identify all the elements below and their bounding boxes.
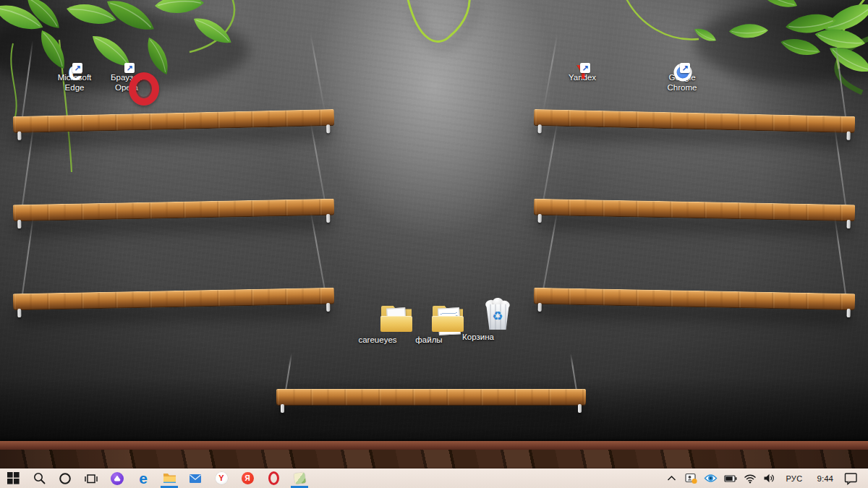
wifi-icon <box>744 474 757 484</box>
desktop-icon-label: Корзина <box>451 333 506 343</box>
desktop-icon-label: careueyes <box>350 335 405 346</box>
contact-badge-icon <box>685 472 697 484</box>
desktop-icon-yandex[interactable]: Y ↗ Yandex <box>555 72 610 83</box>
taskbar-app-mail[interactable] <box>182 468 208 488</box>
tray-wifi[interactable] <box>740 468 760 488</box>
desktop-icon-label: файлы <box>401 335 456 346</box>
task-view-icon <box>85 472 98 485</box>
taskbar-app-opera[interactable] <box>260 468 286 488</box>
wall-shelf-center <box>276 389 586 406</box>
shortcut-arrow-icon: ↗ <box>72 63 82 73</box>
cortana-button[interactable] <box>52 468 78 488</box>
taskbar-app-file-explorer[interactable] <box>156 468 182 488</box>
yandex-icon: Я <box>242 472 254 484</box>
shortcut-arrow-icon: ↗ <box>124 63 135 73</box>
tray-meet-now[interactable] <box>681 468 701 488</box>
shelf-peg <box>326 124 330 133</box>
eye-icon <box>704 474 718 483</box>
taskbar-app-yandex[interactable]: Я <box>234 468 260 488</box>
desktop-icon-files-folder[interactable]: файлы <box>401 334 456 346</box>
shortcut-arrow-icon: ↗ <box>680 63 690 73</box>
taskbar: e Y Я <box>0 468 868 488</box>
battery-icon <box>724 474 737 483</box>
tray-language[interactable]: РУС <box>779 468 809 488</box>
yandex-browser-icon: Y <box>216 472 228 484</box>
careueyes-icon <box>294 472 306 484</box>
tray-clock[interactable]: 9:44 <box>809 468 841 488</box>
taskbar-app-alice[interactable] <box>104 468 130 488</box>
chevron-up-icon <box>667 475 676 481</box>
action-center-icon <box>844 472 858 485</box>
windows-logo-icon <box>7 472 20 484</box>
search-icon <box>33 472 46 484</box>
taskbar-app-edge[interactable]: e <box>130 468 156 488</box>
desktop: e ↗ Microsoft Edge ↗ Браузер Opera Y ↗ Y… <box>0 0 868 488</box>
tray-volume[interactable] <box>760 468 779 488</box>
edge-icon: e <box>139 471 148 486</box>
file-explorer-icon <box>163 473 176 484</box>
clock-time: 9:44 <box>811 474 840 483</box>
tray-battery[interactable] <box>720 468 740 488</box>
opera-icon <box>268 471 279 485</box>
wall-floor-shadow <box>0 377 868 442</box>
speaker-icon <box>763 473 775 484</box>
shelf-peg <box>17 132 21 140</box>
yandex-alice-icon <box>111 472 124 485</box>
tray-expand-button[interactable] <box>662 468 681 488</box>
desktop-icon-google-chrome[interactable]: ↗ Google Chrome <box>655 72 710 93</box>
desktop-icon-microsoft-edge[interactable]: e ↗ Microsoft Edge <box>47 72 102 93</box>
task-view-button[interactable] <box>78 468 104 488</box>
baseboard <box>0 441 868 450</box>
language-indicator: РУС <box>780 474 807 483</box>
taskbar-app-careueyes[interactable] <box>286 468 312 488</box>
shortcut-arrow-icon: ↗ <box>580 63 590 73</box>
cortana-icon <box>59 472 72 485</box>
desktop-icon-careueyes-folder[interactable]: careueyes <box>350 334 405 346</box>
start-button[interactable] <box>0 468 26 488</box>
search-button[interactable] <box>26 468 52 488</box>
wood-floor <box>0 450 868 468</box>
taskbar-app-yandex-browser[interactable]: Y <box>208 468 234 488</box>
tray-careueyes[interactable] <box>701 468 720 488</box>
action-center-button[interactable] <box>841 468 861 488</box>
desktop-icon-recycle-bin[interactable]: ♻ Корзина <box>451 331 506 343</box>
mail-icon <box>189 474 202 484</box>
system-tray: РУС 9:44 <box>662 468 868 488</box>
desktop-icon-opera[interactable]: ↗ Браузер Opera <box>99 72 154 93</box>
